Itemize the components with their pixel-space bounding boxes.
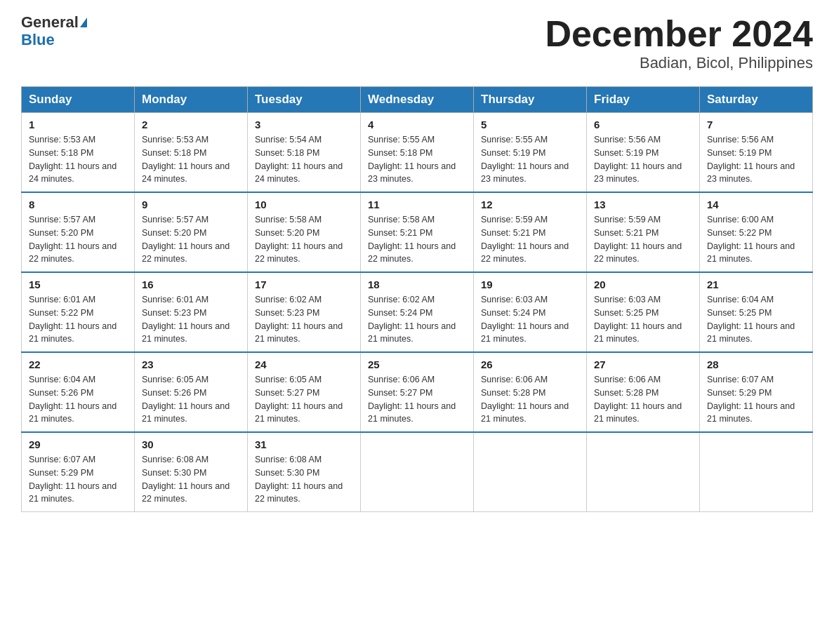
- day-number: 3: [255, 119, 353, 130]
- day-number: 21: [707, 279, 805, 290]
- day-number: 17: [255, 279, 353, 290]
- day-number: 26: [481, 358, 579, 370]
- table-row: 29 Sunrise: 6:07 AM Sunset: 5:29 PM Dayl…: [22, 432, 135, 512]
- day-info: Sunrise: 5:58 AM Sunset: 5:21 PM Dayligh…: [368, 213, 466, 266]
- day-number: 1: [29, 119, 127, 130]
- day-number: 28: [707, 358, 805, 370]
- table-row: 27 Sunrise: 6:06 AM Sunset: 5:28 PM Dayl…: [587, 352, 700, 432]
- table-row: 26 Sunrise: 6:06 AM Sunset: 5:28 PM Dayl…: [474, 352, 587, 432]
- calendar-week-row: 1 Sunrise: 5:53 AM Sunset: 5:18 PM Dayli…: [22, 113, 813, 193]
- table-row: 6 Sunrise: 5:56 AM Sunset: 5:19 PM Dayli…: [587, 113, 700, 193]
- calendar-header-row: Sunday Monday Tuesday Wednesday Thursday…: [22, 87, 813, 113]
- day-number: 10: [255, 199, 353, 210]
- day-info: Sunrise: 5:55 AM Sunset: 5:18 PM Dayligh…: [368, 133, 466, 186]
- day-info: Sunrise: 5:53 AM Sunset: 5:18 PM Dayligh…: [29, 133, 127, 186]
- table-row: 28 Sunrise: 6:07 AM Sunset: 5:29 PM Dayl…: [700, 352, 813, 432]
- day-number: 12: [481, 199, 579, 210]
- day-info: Sunrise: 6:06 AM Sunset: 5:27 PM Dayligh…: [368, 373, 466, 426]
- day-info: Sunrise: 5:55 AM Sunset: 5:19 PM Dayligh…: [481, 133, 579, 186]
- table-row: 30 Sunrise: 6:08 AM Sunset: 5:30 PM Dayl…: [135, 432, 248, 512]
- day-number: 11: [368, 199, 466, 210]
- table-row: 24 Sunrise: 6:05 AM Sunset: 5:27 PM Dayl…: [248, 352, 361, 432]
- table-row: [474, 432, 587, 512]
- table-row: [700, 432, 813, 512]
- table-row: 13 Sunrise: 5:59 AM Sunset: 5:21 PM Dayl…: [587, 192, 700, 272]
- day-number: 7: [707, 119, 805, 130]
- day-info: Sunrise: 6:07 AM Sunset: 5:29 PM Dayligh…: [29, 453, 127, 506]
- calendar-week-row: 29 Sunrise: 6:07 AM Sunset: 5:29 PM Dayl…: [22, 432, 813, 512]
- title-block: December 2024 Badian, Bicol, Philippines: [545, 14, 813, 72]
- day-info: Sunrise: 5:56 AM Sunset: 5:19 PM Dayligh…: [594, 133, 692, 186]
- day-number: 2: [142, 119, 240, 130]
- day-number: 5: [481, 119, 579, 130]
- col-header-tuesday: Tuesday: [248, 87, 361, 113]
- table-row: 18 Sunrise: 6:02 AM Sunset: 5:24 PM Dayl…: [361, 272, 474, 352]
- col-header-sunday: Sunday: [22, 87, 135, 113]
- day-info: Sunrise: 5:56 AM Sunset: 5:19 PM Dayligh…: [707, 133, 805, 186]
- day-info: Sunrise: 6:05 AM Sunset: 5:27 PM Dayligh…: [255, 373, 353, 426]
- calendar-week-row: 15 Sunrise: 6:01 AM Sunset: 5:22 PM Dayl…: [22, 272, 813, 352]
- day-number: 4: [368, 119, 466, 130]
- day-info: Sunrise: 6:00 AM Sunset: 5:22 PM Dayligh…: [707, 213, 805, 266]
- col-header-saturday: Saturday: [700, 87, 813, 113]
- table-row: 8 Sunrise: 5:57 AM Sunset: 5:20 PM Dayli…: [22, 192, 135, 272]
- table-row: 22 Sunrise: 6:04 AM Sunset: 5:26 PM Dayl…: [22, 352, 135, 432]
- col-header-thursday: Thursday: [474, 87, 587, 113]
- table-row: 23 Sunrise: 6:05 AM Sunset: 5:26 PM Dayl…: [135, 352, 248, 432]
- day-info: Sunrise: 6:04 AM Sunset: 5:26 PM Dayligh…: [29, 373, 127, 426]
- calendar-week-row: 8 Sunrise: 5:57 AM Sunset: 5:20 PM Dayli…: [22, 192, 813, 272]
- day-info: Sunrise: 6:01 AM Sunset: 5:22 PM Dayligh…: [29, 293, 127, 346]
- day-info: Sunrise: 6:08 AM Sunset: 5:30 PM Dayligh…: [255, 453, 353, 506]
- day-info: Sunrise: 5:58 AM Sunset: 5:20 PM Dayligh…: [255, 213, 353, 266]
- table-row: 16 Sunrise: 6:01 AM Sunset: 5:23 PM Dayl…: [135, 272, 248, 352]
- table-row: 10 Sunrise: 5:58 AM Sunset: 5:20 PM Dayl…: [248, 192, 361, 272]
- day-info: Sunrise: 6:08 AM Sunset: 5:30 PM Dayligh…: [142, 453, 240, 506]
- table-row: 3 Sunrise: 5:54 AM Sunset: 5:18 PM Dayli…: [248, 113, 361, 193]
- day-number: 29: [29, 438, 127, 450]
- col-header-wednesday: Wednesday: [361, 87, 474, 113]
- table-row: [587, 432, 700, 512]
- day-info: Sunrise: 6:03 AM Sunset: 5:25 PM Dayligh…: [594, 293, 692, 346]
- logo: General Blue: [21, 14, 87, 49]
- table-row: 25 Sunrise: 6:06 AM Sunset: 5:27 PM Dayl…: [361, 352, 474, 432]
- day-number: 14: [707, 199, 805, 210]
- day-number: 8: [29, 199, 127, 210]
- day-info: Sunrise: 6:02 AM Sunset: 5:24 PM Dayligh…: [368, 293, 466, 346]
- day-number: 23: [142, 358, 240, 370]
- calendar-table: Sunday Monday Tuesday Wednesday Thursday…: [21, 86, 813, 512]
- table-row: 14 Sunrise: 6:00 AM Sunset: 5:22 PM Dayl…: [700, 192, 813, 272]
- day-info: Sunrise: 6:02 AM Sunset: 5:23 PM Dayligh…: [255, 293, 353, 346]
- col-header-friday: Friday: [587, 87, 700, 113]
- day-number: 25: [368, 358, 466, 370]
- table-row: 1 Sunrise: 5:53 AM Sunset: 5:18 PM Dayli…: [22, 113, 135, 193]
- table-row: 11 Sunrise: 5:58 AM Sunset: 5:21 PM Dayl…: [361, 192, 474, 272]
- location-subtitle: Badian, Bicol, Philippines: [545, 54, 813, 72]
- logo-general: General: [21, 14, 79, 31]
- table-row: [361, 432, 474, 512]
- table-row: 20 Sunrise: 6:03 AM Sunset: 5:25 PM Dayl…: [587, 272, 700, 352]
- logo-triangle-icon: [80, 18, 87, 27]
- day-number: 19: [481, 279, 579, 290]
- table-row: 31 Sunrise: 6:08 AM Sunset: 5:30 PM Dayl…: [248, 432, 361, 512]
- table-row: 9 Sunrise: 5:57 AM Sunset: 5:20 PM Dayli…: [135, 192, 248, 272]
- page-header: General Blue December 2024 Badian, Bicol…: [21, 14, 813, 72]
- day-info: Sunrise: 5:54 AM Sunset: 5:18 PM Dayligh…: [255, 133, 353, 186]
- table-row: 5 Sunrise: 5:55 AM Sunset: 5:19 PM Dayli…: [474, 113, 587, 193]
- day-info: Sunrise: 5:57 AM Sunset: 5:20 PM Dayligh…: [142, 213, 240, 266]
- calendar-week-row: 22 Sunrise: 6:04 AM Sunset: 5:26 PM Dayl…: [22, 352, 813, 432]
- day-number: 22: [29, 358, 127, 370]
- day-info: Sunrise: 6:06 AM Sunset: 5:28 PM Dayligh…: [594, 373, 692, 426]
- day-number: 20: [594, 279, 692, 290]
- day-info: Sunrise: 5:53 AM Sunset: 5:18 PM Dayligh…: [142, 133, 240, 186]
- day-info: Sunrise: 6:04 AM Sunset: 5:25 PM Dayligh…: [707, 293, 805, 346]
- day-info: Sunrise: 6:03 AM Sunset: 5:24 PM Dayligh…: [481, 293, 579, 346]
- table-row: 19 Sunrise: 6:03 AM Sunset: 5:24 PM Dayl…: [474, 272, 587, 352]
- day-number: 18: [368, 279, 466, 290]
- day-number: 9: [142, 199, 240, 210]
- day-info: Sunrise: 6:05 AM Sunset: 5:26 PM Dayligh…: [142, 373, 240, 426]
- day-info: Sunrise: 5:59 AM Sunset: 5:21 PM Dayligh…: [481, 213, 579, 266]
- day-number: 30: [142, 438, 240, 450]
- table-row: 17 Sunrise: 6:02 AM Sunset: 5:23 PM Dayl…: [248, 272, 361, 352]
- table-row: 4 Sunrise: 5:55 AM Sunset: 5:18 PM Dayli…: [361, 113, 474, 193]
- col-header-monday: Monday: [135, 87, 248, 113]
